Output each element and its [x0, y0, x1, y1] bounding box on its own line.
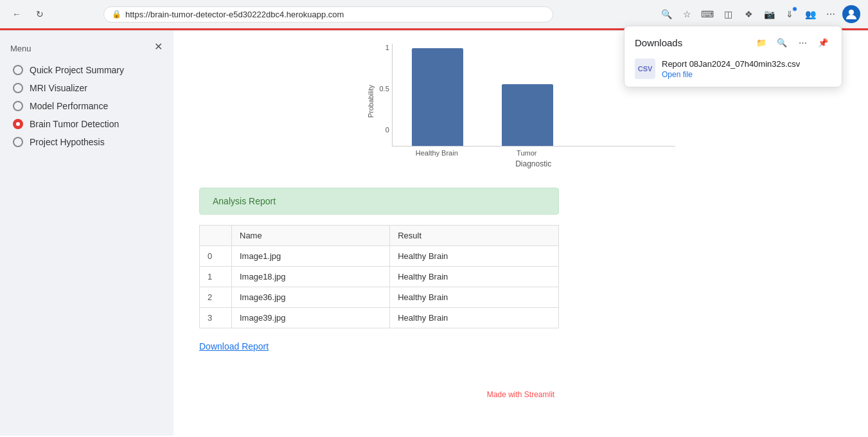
table-row: 3Image39.jpgHealthy Brain: [200, 308, 559, 328]
app-layout: ✕ Menu Quick Project SummaryMRI Visualiz…: [0, 31, 868, 436]
y-tick-0: 0: [380, 126, 389, 134]
download-file-info: Report 08Jan2024_07h40min32s.csv Open fi…: [662, 59, 831, 79]
sidebar-item-quick-project-summary[interactable]: Quick Project Summary: [10, 61, 163, 79]
split-view-button[interactable]: ◫: [719, 5, 737, 23]
svg-point-0: [849, 10, 854, 15]
sidebar-item-project-hypothesis[interactable]: Project Hypothesis: [10, 133, 163, 151]
downloads-header: Downloads 📁 🔍 ⋯ 📌: [635, 34, 831, 51]
report-table-header-row: Name Result: [200, 226, 559, 246]
sidebar-menu-label: Menu: [10, 44, 163, 53]
radio-model-performance: [13, 101, 23, 111]
footer: Made with Streamlit: [199, 377, 842, 412]
cell-result: Healthy Brain: [390, 287, 559, 308]
report-table-body: 0Image1.jpgHealthy Brain1Image18.jpgHeal…: [200, 246, 559, 328]
analysis-report-header: Analysis Report: [199, 188, 559, 215]
downloads-popup: Downloads 📁 🔍 ⋯ 📌 CSV Report 08Jan2024_0…: [624, 26, 842, 87]
profile-avatar[interactable]: [842, 5, 860, 23]
pin-downloads-button[interactable]: 📌: [815, 34, 831, 51]
radio-brain-tumor-detection: [13, 119, 23, 129]
table-row: 1Image18.jpgHealthy Brain: [200, 267, 559, 287]
footer-brand: Streamlit: [524, 390, 554, 399]
analysis-section: Analysis Report Name Result 0Image1.jpgH…: [199, 188, 559, 352]
sidebar-item-brain-tumor-detection[interactable]: Brain Tumor Detection: [10, 115, 163, 133]
zoom-out-button[interactable]: 🔍: [657, 5, 675, 23]
table-row: 0Image1.jpgHealthy Brain: [200, 246, 559, 267]
col-result: Result: [390, 226, 559, 246]
y-axis-label: Probability: [367, 85, 375, 118]
download-report-link[interactable]: Download Report: [199, 341, 269, 352]
lock-icon: 🔒: [112, 10, 121, 19]
radio-mri-visualizer: [13, 83, 23, 93]
radio-quick-project-summary: [13, 65, 23, 75]
download-file-name: Report 08Jan2024_07h40min32s.csv: [662, 59, 831, 69]
refresh-button[interactable]: ↻: [31, 5, 49, 23]
download-item: CSV Report 08Jan2024_07h40min32s.csv Ope…: [635, 58, 831, 79]
sidebar-item-model-performance[interactable]: Model Performance: [10, 97, 163, 115]
downloads-title: Downloads: [635, 37, 682, 48]
y-axis-label-wrapper: Probability: [367, 44, 377, 159]
cell-result: Healthy Brain: [390, 246, 559, 267]
browser-actions: 🔍 ☆ ⌨ ◫ ❖ 📷 ⇓ 👥 ⋯: [657, 5, 860, 23]
extensions-button[interactable]: ⌨: [698, 5, 716, 23]
x-axis-labels: Healthy Brain Tumor: [392, 149, 675, 157]
report-table: Name Result 0Image1.jpgHealthy Brain1Ima…: [199, 225, 559, 328]
cell-name: Image36.jpg: [232, 287, 390, 308]
report-table-head: Name Result: [200, 226, 559, 246]
x-axis-title: Diagnostic: [392, 159, 675, 168]
sidebar-label-quick-project-summary: Quick Project Summary: [30, 65, 124, 75]
search-downloads-button[interactable]: 🔍: [774, 34, 790, 51]
cell-result: Healthy Brain: [390, 267, 559, 287]
more-button[interactable]: ⋯: [822, 5, 840, 23]
y-tick-1: 1: [380, 44, 389, 51]
col-index: [200, 226, 232, 246]
open-file-link[interactable]: Open file: [662, 70, 693, 79]
sidebar-close-button[interactable]: ✕: [150, 39, 166, 54]
cell-index: 3: [200, 308, 232, 328]
browser-toolbar: ← ↻ 🔒 https://brain-tumor-detector-e5d30…: [0, 0, 868, 28]
sidebar-label-brain-tumor-detection: Brain Tumor Detection: [30, 119, 119, 129]
file-csv-icon: CSV: [635, 58, 655, 79]
x-label-healthy: Healthy Brain: [411, 149, 463, 157]
more-downloads-button[interactable]: ⋯: [794, 34, 811, 51]
cell-index: 1: [200, 267, 232, 287]
cell-name: Image18.jpg: [232, 267, 390, 287]
radio-project-hypothesis: [13, 137, 23, 147]
bar-tumor-rect: [502, 84, 553, 146]
bookmark-button[interactable]: ☆: [678, 5, 696, 23]
url-text: https://brain-tumor-detector-e5d30222dbc…: [125, 10, 545, 19]
cell-name: Image39.jpg: [232, 308, 390, 328]
screenshot-button[interactable]: 📷: [760, 5, 778, 23]
cell-index: 0: [200, 246, 232, 267]
downloads-actions: 📁 🔍 ⋯ 📌: [753, 34, 831, 51]
address-bar[interactable]: 🔒 https://brain-tumor-detector-e5d30222d…: [103, 6, 553, 22]
sidebar-toggle-button[interactable]: ❖: [740, 5, 757, 23]
x-label-tumor: Tumor: [501, 149, 553, 157]
main-content: Probability 1 0.5 0: [173, 31, 868, 436]
cell-name: Image1.jpg: [232, 246, 390, 267]
bar-healthy-brain-rect: [412, 48, 463, 146]
back-button[interactable]: ←: [8, 5, 26, 23]
download-button[interactable]: ⇓: [781, 5, 799, 23]
sidebar-nav: Quick Project SummaryMRI VisualizerModel…: [10, 61, 163, 151]
sidebar-item-mri-visualizer[interactable]: MRI Visualizer: [10, 79, 163, 97]
sidebar-label-project-hypothesis: Project Hypothesis: [30, 137, 105, 147]
share-button[interactable]: 👥: [801, 5, 819, 23]
cell-result: Healthy Brain: [390, 308, 559, 328]
bar-healthy-brain: [412, 48, 463, 146]
open-folder-button[interactable]: 📁: [753, 34, 770, 51]
sidebar-label-mri-visualizer: MRI Visualizer: [30, 83, 87, 93]
footer-text: Made with: [487, 390, 522, 399]
cell-index: 2: [200, 287, 232, 308]
col-name: Name: [232, 226, 390, 246]
y-tick-0-5: 0.5: [380, 85, 389, 93]
sidebar: ✕ Menu Quick Project SummaryMRI Visualiz…: [0, 31, 173, 436]
sidebar-label-model-performance: Model Performance: [30, 101, 108, 111]
y-tick-labels: 1 0.5 0: [380, 44, 389, 147]
download-badge: [792, 6, 797, 12]
bar-tumor: [502, 84, 553, 146]
table-row: 2Image36.jpgHealthy Brain: [200, 287, 559, 308]
